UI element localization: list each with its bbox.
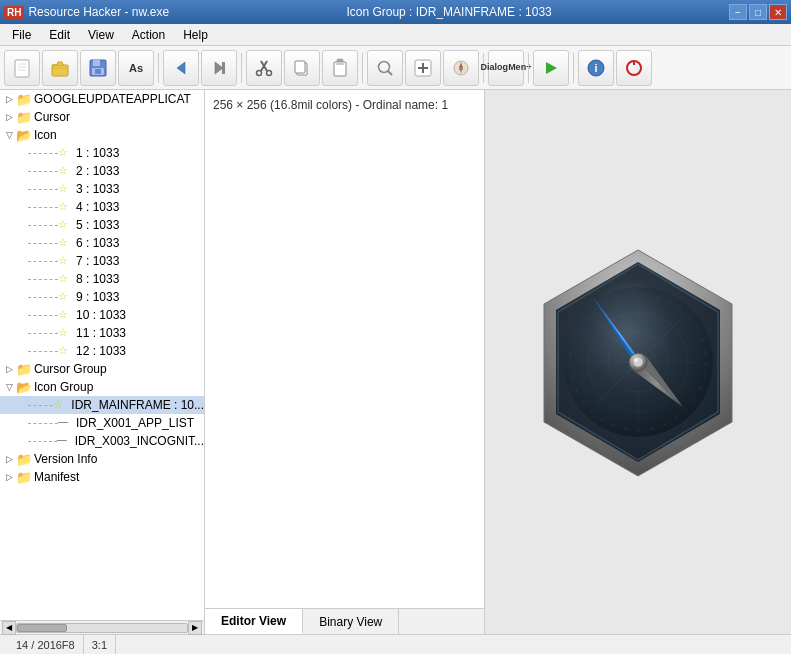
tree-item-icon-5[interactable]: ☆ 5 : 1033 <box>0 216 204 234</box>
cut-button[interactable] <box>246 50 282 86</box>
menu-help[interactable]: Help <box>175 24 216 45</box>
tree-item-icon-11[interactable]: ☆ 11 : 1033 <box>0 324 204 342</box>
toolbar: As <box>0 46 791 90</box>
tree-label: Icon <box>32 128 57 142</box>
svg-line-22 <box>388 71 392 75</box>
svg-rect-8 <box>95 69 101 74</box>
save-button[interactable] <box>80 50 116 86</box>
tree-item-icon-10[interactable]: ☆ 10 : 1033 <box>0 306 204 324</box>
expand-icon: ▽ <box>2 130 16 140</box>
tree-item-icon-6[interactable]: ☆ 6 : 1033 <box>0 234 204 252</box>
new-button[interactable] <box>4 50 40 86</box>
menu-edit[interactable]: Edit <box>41 24 78 45</box>
star-icon: ☆ <box>58 218 74 232</box>
tree-label: Manifest <box>32 470 79 484</box>
tree-item-icon-group[interactable]: ▽ 📂 Icon Group <box>0 378 204 396</box>
tab-binary-view[interactable]: Binary View <box>303 609 399 634</box>
scroll-right-btn[interactable]: ▶ <box>188 621 202 635</box>
left-scrollbar[interactable]: ◀ ▶ <box>0 620 205 634</box>
svg-rect-4 <box>52 65 68 76</box>
close-app-button[interactable] <box>616 50 652 86</box>
menu-view[interactable]: View <box>80 24 122 45</box>
main-area: ▷ 📁 GOOGLEUPDATEAPPLICAT ▷ 📁 Cursor ▽ 📂 … <box>0 90 791 634</box>
title-bar: RH Resource Hacker - nw.exe Icon Group :… <box>0 0 791 24</box>
line-icon: — <box>58 416 74 430</box>
line-icon: — <box>57 434 73 448</box>
menu-action[interactable]: Action <box>124 24 173 45</box>
tree-item-icon[interactable]: ▽ 📂 Icon <box>0 126 204 144</box>
paste-button[interactable] <box>322 50 358 86</box>
close-button[interactable]: ✕ <box>769 4 787 20</box>
icon-display <box>503 227 773 497</box>
svg-text:i: i <box>594 62 597 74</box>
status-bar: 14 / 2016F8 3:1 <box>0 634 791 654</box>
info-button[interactable]: i <box>578 50 614 86</box>
image-info-area: 256 × 256 (16.8mil colors) - Ordinal nam… <box>205 90 484 608</box>
resource-tree[interactable]: ▷ 📁 GOOGLEUPDATEAPPLICAT ▷ 📁 Cursor ▽ 📂 … <box>0 90 205 620</box>
find-button[interactable] <box>367 50 403 86</box>
star-icon: ☆ <box>58 254 74 268</box>
star-icon: ☆ <box>58 164 74 178</box>
tree-item-idr-x003[interactable]: — IDR_X003_INCOGNIT... <box>0 432 204 450</box>
tree-item-icon-1[interactable]: ☆ 1 : 1033 <box>0 144 204 162</box>
tree-label: 3 : 1033 <box>74 182 119 196</box>
scroll-left-btn[interactable]: ◀ <box>2 621 16 635</box>
save-as-button[interactable]: As <box>118 50 154 86</box>
star-icon: ☆ <box>58 272 74 286</box>
svg-rect-0 <box>15 60 29 77</box>
open-button[interactable] <box>42 50 78 86</box>
tree-item-icon-8[interactable]: ☆ 8 : 1033 <box>0 270 204 288</box>
tree-label: 10 : 1033 <box>74 308 126 322</box>
star-icon: ☆ <box>58 326 74 340</box>
minimize-button[interactable]: − <box>729 4 747 20</box>
tree-item-version-info[interactable]: ▷ 📁 Version Info <box>0 450 204 468</box>
toolbar-sep-2 <box>241 53 242 83</box>
tree-item-cursor[interactable]: ▷ 📁 Cursor <box>0 108 204 126</box>
expand-icon: ▽ <box>2 382 16 392</box>
folder-open-icon: 📂 <box>16 380 32 394</box>
forward-button[interactable] <box>201 50 237 86</box>
status-right: 3:1 <box>84 635 116 654</box>
app-icon: RH <box>4 6 24 19</box>
status-left: 14 / 2016F8 <box>8 635 84 654</box>
tree-item-manifest[interactable]: ▷ 📁 Manifest <box>0 468 204 486</box>
tab-bar: Editor View Binary View <box>205 608 484 634</box>
scroll-thumb[interactable] <box>17 624 67 632</box>
menu-file[interactable]: File <box>4 24 39 45</box>
tree-item-icon-9[interactable]: ☆ 9 : 1033 <box>0 288 204 306</box>
tree-item-idr-mainframe[interactable]: ☆ IDR_MAINFRAME : 10... <box>0 396 204 414</box>
tree-item-idr-x001[interactable]: — IDR_X001_APP_LIST <box>0 414 204 432</box>
tree-label: 6 : 1033 <box>74 236 119 250</box>
svg-rect-11 <box>222 62 225 74</box>
star-icon: ☆ <box>58 308 74 322</box>
title-center: Icon Group : IDR_MAINFRAME : 1033 <box>346 5 551 19</box>
tree-item-icon-12[interactable]: ☆ 12 : 1033 <box>0 342 204 360</box>
tree-label: Version Info <box>32 452 97 466</box>
expand-icon: ▷ <box>2 94 16 104</box>
folder-icon: 📁 <box>16 92 32 106</box>
middle-panel: 256 × 256 (16.8mil colors) - Ordinal nam… <box>205 90 485 634</box>
tree-item-cursor-group[interactable]: ▷ 📁 Cursor Group <box>0 360 204 378</box>
copy-button[interactable] <box>284 50 320 86</box>
tree-label: 12 : 1033 <box>74 344 126 358</box>
tab-editor-view[interactable]: Editor View <box>205 609 303 634</box>
add-resource-button[interactable] <box>405 50 441 86</box>
maximize-button[interactable]: □ <box>749 4 767 20</box>
dialog-menu-button[interactable]: Dialog Men+ <box>488 50 524 86</box>
tree-label: IDR_MAINFRAME : 10... <box>69 398 204 412</box>
svg-point-51 <box>633 357 643 367</box>
replace-button[interactable] <box>443 50 479 86</box>
tree-item-googleupdate[interactable]: ▷ 📁 GOOGLEUPDATEAPPLICAT <box>0 90 204 108</box>
run-button[interactable] <box>533 50 569 86</box>
tree-item-icon-2[interactable]: ☆ 2 : 1033 <box>0 162 204 180</box>
svg-rect-20 <box>336 62 344 65</box>
tree-label: Icon Group <box>32 380 93 394</box>
icon-preview-panel <box>485 90 791 634</box>
compass-icon-svg <box>518 242 758 482</box>
tree-item-icon-7[interactable]: ☆ 7 : 1033 <box>0 252 204 270</box>
tree-label: 2 : 1033 <box>74 164 119 178</box>
tree-item-icon-3[interactable]: ☆ 3 : 1033 <box>0 180 204 198</box>
back-button[interactable] <box>163 50 199 86</box>
title-left: RH Resource Hacker - nw.exe <box>4 5 169 19</box>
tree-item-icon-4[interactable]: ☆ 4 : 1033 <box>0 198 204 216</box>
